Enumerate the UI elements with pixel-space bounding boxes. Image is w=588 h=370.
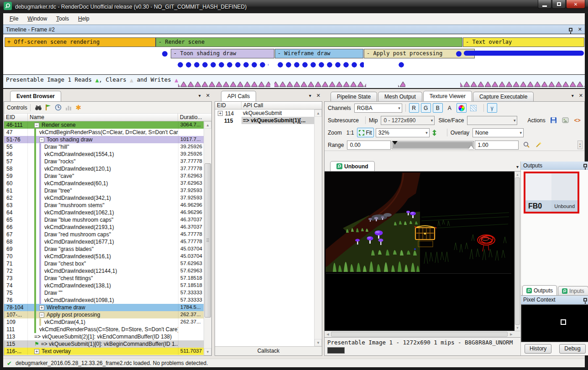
alpha-channel-toggle[interactable]: A: [445, 103, 455, 113]
draw-dots-wireframe[interactable]: [277, 62, 364, 68]
save-texture-button[interactable]: [549, 115, 559, 125]
scrollbar-thumb[interactable]: [205, 163, 211, 318]
scroll-down-icon[interactable]: ▼: [514, 325, 520, 331]
tree-expander-icon[interactable]: −: [39, 137, 44, 142]
window-titlebar[interactable]: debugmarker.rdc - RenderDoc Unofficial r…: [0, 0, 588, 13]
event-row[interactable]: 58 ⚑ vkCmdDrawIndexed(120,1) 37.77778: [4, 165, 204, 172]
scroll-up-icon[interactable]: ▲: [204, 121, 211, 129]
event-browser-scrollbar[interactable]: ▲ ▼: [204, 121, 211, 355]
scroll-down-icon[interactable]: ▼: [204, 348, 211, 355]
range-max-handle[interactable]: [468, 146, 474, 149]
scrollbar-thumb[interactable]: [515, 177, 520, 325]
menu-help[interactable]: Help: [74, 14, 94, 24]
timeline-panel[interactable]: + Off-screen scene rendering - Render sc…: [3, 34, 585, 89]
column-api-call[interactable]: API Call: [242, 102, 322, 109]
event-browser-header[interactable]: EID Name Duratio...: [4, 114, 211, 121]
event-row[interactable]: 113 ⚑ => vkQueueSubmit(2)[1]: vkEndComma…: [4, 333, 204, 340]
zoom-1to1-button[interactable]: 1:1: [345, 128, 356, 137]
toolbar-overflow-button[interactable]: ▲▼: [578, 141, 583, 149]
panel-close-icon[interactable]: ✕: [579, 93, 583, 98]
event-row[interactable]: 63 ⚑ Draw "mushroom stems" 46.96296: [4, 202, 204, 209]
tab-capture-executable[interactable]: Capture Executable: [473, 92, 534, 101]
tree-expander-icon[interactable]: −: [34, 123, 39, 128]
close-button[interactable]: ✕: [566, 0, 585, 9]
texture-tab-unbound[interactable]: Unbound: [330, 161, 375, 171]
range-min-handle[interactable]: [392, 141, 398, 145]
histogram-wand-button[interactable]: [533, 140, 543, 150]
scroll-right-icon[interactable]: ▶: [508, 331, 514, 337]
panel-close-icon[interactable]: ✕: [206, 93, 210, 98]
timeline-bar-text-overlay[interactable]: - Text overlay: [463, 37, 584, 47]
tab-pipeline-state[interactable]: Pipeline State: [331, 92, 377, 101]
draw-marker-dot[interactable]: [162, 51, 168, 57]
column-eid[interactable]: EID: [4, 114, 28, 121]
draw-dot-post[interactable]: [398, 62, 406, 68]
minimize-button[interactable]: [538, 0, 551, 9]
draw-dots-toon[interactable]: [177, 62, 268, 68]
menu-tools[interactable]: Tools: [52, 14, 74, 24]
pin-icon[interactable]: [583, 298, 587, 302]
range-min-input[interactable]: 0.00: [347, 141, 391, 150]
flip-y-button[interactable]: [430, 128, 440, 137]
scroll-down-icon[interactable]: ▼: [315, 339, 322, 346]
panel-menu-icon[interactable]: ▾: [199, 93, 201, 98]
api-calls-scrollbar[interactable]: ▲ ▼: [314, 109, 322, 346]
time-durations-button[interactable]: [53, 103, 63, 112]
event-row[interactable]: 76 ⚑ vkCmdDrawIndexed(1098,1) 57.33333: [4, 297, 204, 304]
event-row[interactable]: 68 ⚑ vkCmdDrawIndexed(1677,1) 45.77778: [4, 238, 204, 245]
event-row[interactable]: 55 ⚑ Draw "hill" 39.25926: [4, 143, 204, 151]
scroll-left-icon[interactable]: ◀: [325, 331, 331, 337]
draw-marker-strip[interactable]: [464, 51, 584, 56]
zoom-level-combo[interactable]: 32% ▾: [376, 128, 430, 137]
event-row[interactable]: 61 ⚑ Draw "tree" 37.92593: [4, 187, 204, 194]
event-row[interactable]: 73 ⚑ Draw "chest fittings" 57.18518: [4, 275, 204, 282]
event-row[interactable]: 56 ⚑ vkCmdDrawIndexed(1554,1) 39.25926: [4, 151, 204, 158]
column-duration[interactable]: Duratio...: [178, 114, 211, 121]
find-event-button[interactable]: [33, 103, 43, 112]
event-row[interactable]: 57 ⚑ Draw "rocks" 37.77778: [4, 158, 204, 165]
tab-event-browser[interactable]: Event Browser: [10, 91, 61, 101]
menu-window[interactable]: Window: [23, 14, 52, 24]
api-calls-header[interactable]: EID API Call: [215, 102, 322, 109]
event-row[interactable]: 64 ⚑ vkCmdDrawIndexed(1062,1) 46.96296: [4, 209, 204, 216]
zoom-fit-button[interactable]: Fit: [357, 128, 373, 137]
tree-expander-icon[interactable]: +: [34, 349, 39, 354]
scroll-up-icon[interactable]: ▲: [514, 172, 520, 177]
tab-api-calls[interactable]: API Calls: [221, 91, 256, 101]
debug-button[interactable]: Debug: [559, 344, 585, 354]
autofit-range-button[interactable]: [521, 140, 531, 150]
channels-select[interactable]: RGBA ▾: [354, 104, 402, 113]
texture-vertical-scrollbar[interactable]: ▲ ▼: [514, 172, 520, 331]
overlay-select[interactable]: None ▾: [472, 128, 524, 137]
callstack-section[interactable]: Callstack: [215, 346, 322, 355]
api-call-row-selected[interactable]: 115 => vkQueueSubmit(1)[...: [215, 117, 322, 124]
tree-expander-icon[interactable]: +: [218, 111, 223, 116]
pin-icon[interactable]: [583, 164, 587, 167]
scrollbar-thumb[interactable]: [331, 332, 508, 337]
event-row[interactable]: 62 ⚑ vkCmdDrawIndexed(342,1) 37.92593: [4, 194, 204, 202]
event-row[interactable]: 111 ⚑ vkCmdEndRenderPass(C=Store, D=Stor…: [4, 326, 204, 333]
draw-marker-dot[interactable]: [456, 51, 462, 57]
tab-inputs[interactable]: Inputs: [558, 286, 588, 295]
range-slider[interactable]: [392, 141, 474, 149]
timeline-close-icon[interactable]: ✕: [578, 26, 582, 32]
menu-file[interactable]: File: [5, 14, 23, 24]
view-code-button[interactable]: <>: [572, 115, 583, 125]
panel-menu-icon[interactable]: ▾: [572, 93, 574, 98]
event-row[interactable]: 66 ⚑ vkCmdDrawIndexed(2193,1) 46.37037: [4, 224, 204, 231]
event-row[interactable]: 72 ⚑ vkCmdDrawIndexed(12144,1) 57.62963: [4, 267, 204, 275]
fb0-thumbnail[interactable]: FB0 Unbound: [524, 172, 579, 214]
event-row[interactable]: 69 ⚑ Draw "grass blades" 45.03704: [4, 245, 204, 253]
slice-face-select[interactable]: ▾: [467, 116, 517, 125]
column-name[interactable]: Name: [28, 114, 178, 121]
event-row[interactable]: 65 ⚑ Draw "blue mushroom caps" 46.37037: [4, 216, 204, 224]
color-wheel-toggle[interactable]: [457, 103, 467, 113]
open-link-button[interactable]: [561, 115, 571, 125]
event-row[interactable]: 46-111 − ⚑ Render scene 3064.7...: [4, 121, 204, 129]
column-eid[interactable]: EID: [215, 102, 242, 109]
event-row[interactable]: 75 ⚑ Draw "" 57.33333: [4, 289, 204, 297]
red-channel-toggle[interactable]: R: [409, 103, 419, 113]
tab-outputs[interactable]: Outputs: [522, 285, 557, 295]
event-row[interactable]: 60 ⚑ vkCmdDrawIndexed(60,1) 37.62963: [4, 180, 204, 187]
timeline-bar-wireframe[interactable]: - Wireframe draw: [275, 49, 363, 58]
